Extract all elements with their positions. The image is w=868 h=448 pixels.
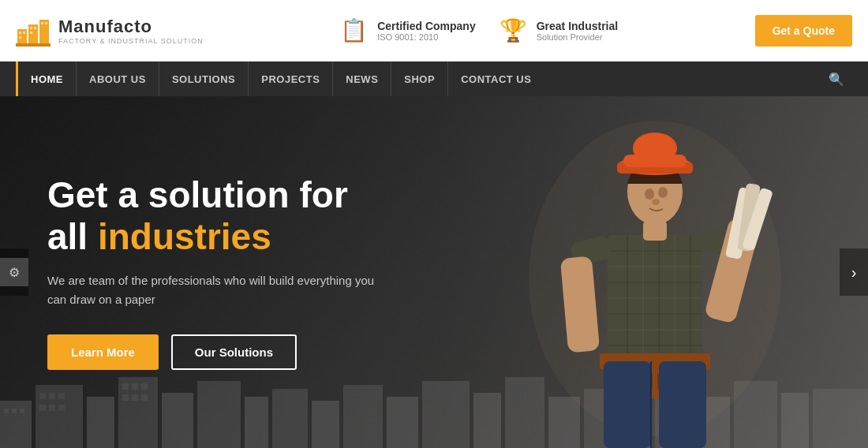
hero-content: Get a solution for all industries We are… [0, 174, 395, 371]
svg-rect-25 [122, 383, 129, 390]
svg-rect-26 [132, 383, 138, 390]
main-nav: HOME ABOUT US SOLUTIONS PROJECTS NEWS SH… [0, 62, 868, 96]
svg-rect-2 [39, 20, 49, 47]
worker-figure [505, 109, 805, 448]
hero-heading-highlight: industries [98, 216, 271, 257]
nav-item-home[interactable]: HOME [16, 62, 76, 96]
hero-heading: Get a solution for all industries [47, 174, 395, 258]
learn-more-button[interactable]: Learn More [47, 334, 159, 370]
svg-rect-35 [312, 401, 339, 448]
site-header: Manufacto Factory & Industrial Solution … [0, 0, 868, 62]
hero-heading-line2-plain: all [47, 216, 98, 257]
certified-sub: ISO 9001: 2010 [377, 32, 475, 42]
svg-rect-18 [49, 393, 55, 399]
svg-rect-86 [643, 221, 667, 241]
logo-name: Manufacto [58, 17, 204, 37]
svg-rect-39 [473, 393, 501, 448]
svg-rect-6 [19, 36, 21, 39]
nav-item-shop[interactable]: SHOP [391, 62, 447, 96]
svg-rect-19 [58, 393, 65, 399]
nav-link-about[interactable]: ABOUT US [76, 62, 159, 96]
svg-rect-83 [604, 361, 651, 448]
svg-rect-17 [39, 393, 46, 399]
svg-rect-34 [272, 389, 308, 448]
svg-rect-22 [58, 405, 65, 411]
svg-rect-28 [122, 394, 129, 401]
svg-rect-36 [343, 385, 383, 448]
svg-point-78 [633, 133, 677, 164]
svg-rect-3 [16, 43, 51, 47]
svg-rect-30 [141, 394, 148, 401]
search-icon[interactable]: 🔍 [821, 72, 852, 87]
nav-link-contact[interactable]: CONTACT US [447, 62, 544, 96]
svg-rect-1 [28, 24, 38, 47]
nav-item-about[interactable]: ABOUT US [76, 62, 159, 96]
svg-point-72 [658, 187, 668, 198]
nav-link-home[interactable]: HOME [16, 62, 76, 96]
svg-rect-31 [162, 393, 193, 448]
svg-point-71 [645, 189, 654, 200]
svg-rect-38 [422, 381, 470, 448]
svg-rect-20 [39, 405, 46, 411]
nav-item-projects[interactable]: PROJECTS [248, 62, 332, 96]
svg-rect-37 [387, 397, 418, 448]
svg-rect-8 [34, 27, 36, 29]
svg-rect-5 [23, 32, 25, 34]
svg-rect-9 [30, 32, 32, 34]
hero-buttons: Learn More Our Solutions [47, 334, 395, 370]
svg-point-73 [652, 199, 660, 205]
svg-rect-4 [19, 32, 21, 34]
certified-badge: 📋 Certified Company ISO 9001: 2010 [340, 17, 475, 43]
nav-link-projects[interactable]: PROJECTS [248, 62, 332, 96]
nav-link-solutions[interactable]: SOLUTIONS [159, 62, 248, 96]
logo-tagline: Factory & Industrial Solution [58, 37, 204, 45]
svg-rect-7 [30, 27, 32, 29]
nav-items: HOME ABOUT US SOLUTIONS PROJECTS NEWS SH… [16, 62, 821, 96]
svg-rect-15 [20, 409, 24, 413]
svg-rect-33 [245, 397, 268, 448]
nav-item-solutions[interactable]: SOLUTIONS [159, 62, 248, 96]
logo-icon [16, 13, 51, 48]
trophy-icon: 🏆 [499, 17, 527, 43]
hero-subtext: We are team of the professionals who wil… [47, 271, 395, 309]
hero-section: Get a solution for all industries We are… [0, 96, 868, 448]
industrial-badge: 🏆 Great Industrial Solution Provider [499, 17, 618, 43]
svg-rect-14 [12, 409, 17, 413]
nav-link-shop[interactable]: SHOP [391, 62, 447, 96]
svg-rect-48 [813, 389, 868, 448]
svg-rect-21 [49, 405, 55, 411]
get-quote-button[interactable]: Get a Quote [755, 15, 852, 47]
logo[interactable]: Manufacto Factory & Industrial Solution [16, 13, 204, 48]
certified-title: Certified Company [377, 20, 475, 32]
hero-heading-line1: Get a solution for [47, 174, 348, 215]
our-solutions-button[interactable]: Our Solutions [171, 334, 297, 370]
svg-rect-27 [141, 383, 148, 390]
svg-rect-11 [45, 22, 47, 24]
industrial-title: Great Industrial [537, 20, 618, 32]
svg-rect-29 [132, 394, 138, 401]
nav-link-news[interactable]: NEWS [332, 62, 391, 96]
nav-item-contact[interactable]: CONTACT US [447, 62, 544, 96]
nav-item-news[interactable]: NEWS [332, 62, 391, 96]
svg-rect-10 [41, 22, 43, 24]
svg-rect-12 [0, 401, 32, 448]
svg-rect-13 [4, 409, 9, 413]
header-badges: 📋 Certified Company ISO 9001: 2010 🏆 Gre… [204, 17, 755, 43]
gear-button[interactable]: ⚙ [0, 258, 28, 286]
svg-rect-23 [87, 397, 114, 448]
hero-next-button[interactable]: › [840, 248, 868, 296]
svg-rect-32 [197, 381, 241, 448]
industrial-sub: Solution Provider [537, 32, 618, 42]
svg-rect-84 [659, 361, 706, 448]
certified-icon: 📋 [340, 17, 368, 43]
